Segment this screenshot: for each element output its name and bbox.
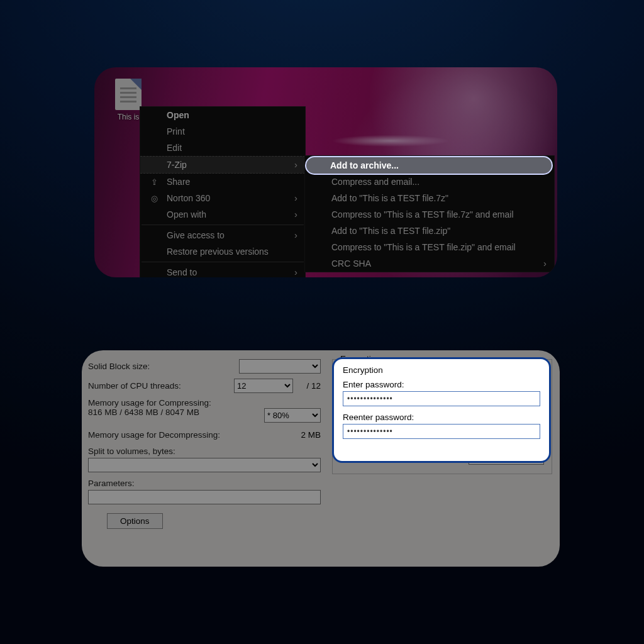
menu-restore[interactable]: Restore previous versions	[140, 243, 305, 260]
submenu-crc-sha[interactable]: CRC SHA	[305, 255, 554, 272]
menu-open-with[interactable]: Open with	[140, 206, 305, 223]
submenu-compress-zip-email[interactable]: Compress to "This is a TEST file.zip" an…	[305, 239, 554, 255]
submenu-add-zip[interactable]: Add to "This is a TEST file.zip"	[305, 223, 554, 239]
menu-print[interactable]: Print	[140, 123, 305, 140]
memc-label: Memory usage for Compressing: 816 MB / 6…	[88, 398, 264, 417]
memc-select[interactable]: * 80%	[264, 408, 321, 423]
solid-block-select[interactable]	[239, 359, 321, 374]
encryption-legend-h: Encryption	[343, 365, 540, 375]
submenu-add-to-archive[interactable]: Add to archive...	[305, 156, 553, 175]
threads-select[interactable]: 12	[234, 379, 293, 393]
split-label: Split to volumes, bytes:	[88, 447, 321, 456]
memc-values: 816 MB / 6438 MB / 8047 MB	[88, 408, 199, 417]
menu-share[interactable]: ⇪ Share	[140, 174, 305, 190]
context-menu: Open Print Edit 7-Zip ⇪ Share ◎ Norton 3…	[140, 106, 306, 277]
menu-open[interactable]: Open	[140, 107, 305, 123]
enter-password-label-h: Enter password:	[343, 380, 540, 389]
menu-norton-label: Norton 360	[167, 193, 210, 203]
menu-edit[interactable]: Edit	[140, 140, 305, 156]
menu-7zip[interactable]: 7-Zip	[140, 156, 305, 174]
memd-value: 2 MB	[286, 430, 321, 440]
split-select[interactable]	[88, 458, 321, 472]
solid-block-label: Solid Block size:	[88, 362, 239, 371]
enter-password-input[interactable]	[343, 391, 540, 406]
norton-icon: ◎	[149, 194, 159, 204]
reenter-password-input[interactable]	[343, 424, 540, 439]
threads-max: / 12	[293, 381, 321, 391]
menu-give-access[interactable]: Give access to	[140, 227, 305, 243]
menu-share-label: Share	[167, 177, 190, 187]
menu-separator	[142, 262, 304, 262]
memc-label-text: Memory usage for Compressing:	[88, 398, 211, 408]
submenu-add-7z[interactable]: Add to "This is a TEST file.7z"	[305, 190, 554, 206]
reenter-password-label-h: Reenter password:	[343, 413, 540, 422]
submenu-compress-7z-email[interactable]: Compress to "This is a TEST file.7z" and…	[305, 206, 554, 223]
memd-label: Memory usage for Decompressing:	[88, 430, 286, 440]
params-input[interactable]	[88, 490, 321, 504]
menu-norton[interactable]: ◎ Norton 360	[140, 190, 305, 206]
threads-label: Number of CPU threads:	[88, 381, 234, 391]
menu-send-to[interactable]: Send to	[140, 264, 305, 277]
submenu-add-to-archive-label: Add to archive...	[330, 160, 399, 170]
menu-separator	[142, 225, 304, 225]
text-file-icon	[115, 79, 142, 110]
options-button[interactable]: Options	[107, 513, 163, 529]
submenu-compress-email[interactable]: Compress and email...	[305, 174, 554, 190]
encryption-highlight: Encryption Enter password: Reenter passw…	[332, 357, 551, 463]
share-icon: ⇪	[149, 177, 159, 187]
params-label: Parameters:	[88, 479, 321, 488]
